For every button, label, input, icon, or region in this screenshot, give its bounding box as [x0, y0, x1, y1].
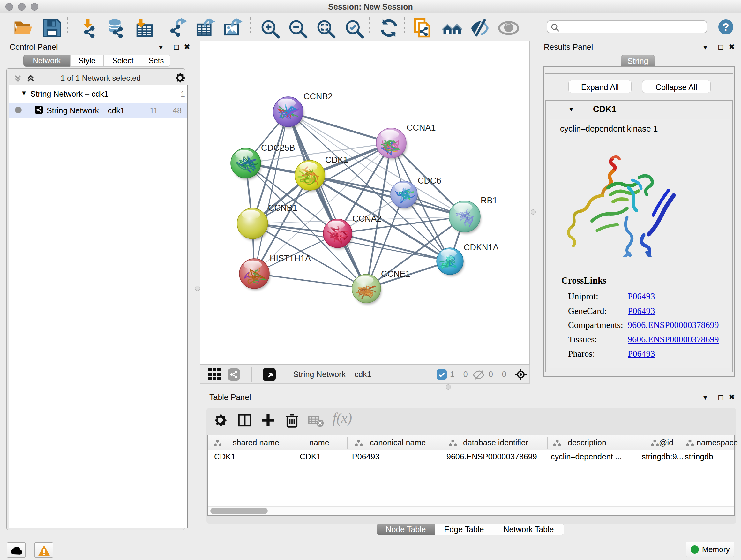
svg-text:CDC25B: CDC25B — [261, 143, 295, 152]
svg-text:CDKN1A: CDKN1A — [464, 243, 499, 252]
svg-text:CCNB2: CCNB2 — [304, 91, 333, 101]
svg-text:CCNA1: CCNA1 — [407, 123, 436, 132]
svg-text:CCNB1: CCNB1 — [268, 203, 297, 212]
svg-text:HIST1H1A: HIST1H1A — [270, 253, 311, 263]
svg-text:CDC6: CDC6 — [418, 176, 441, 186]
svg-text:RB1: RB1 — [481, 196, 497, 205]
svg-text:CCNE1: CCNE1 — [381, 269, 410, 279]
svg-text:CDK1: CDK1 — [325, 155, 348, 165]
svg-text:CCNA2: CCNA2 — [352, 214, 382, 224]
